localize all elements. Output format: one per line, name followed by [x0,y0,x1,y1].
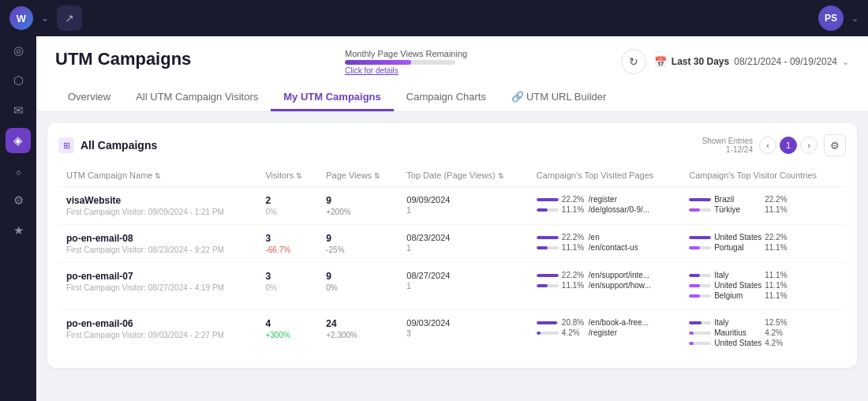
country-name: United States [714,233,761,242]
country-bar [689,321,702,324]
page-views-count: 24 [326,318,391,329]
visited-page-bar-wrap [537,198,559,201]
table-row: visaWebsite First Campaign Visitor: 09/0… [58,187,846,225]
shown-entries-range: 1-12/24 [702,145,753,154]
tab-all-visitors[interactable]: All UTM Campaign Visitors [123,84,271,111]
visited-page-bar [537,321,558,324]
tab-campaign-charts[interactable]: Campaign Charts [394,84,499,111]
top-date-num: 1 [406,206,521,215]
visited-page-url: /en/contact-us [589,243,638,252]
visited-page-bar [537,332,541,335]
main-content: UTM Campaigns Monthly Page Views Remaini… [36,36,868,401]
workspace-chevron-icon[interactable]: ⌄ [41,13,49,24]
sidebar-item-reports[interactable]: ⬦ [6,158,31,183]
visited-page-row: 11.1% /de/glossar/0-9/... [537,205,673,214]
visitors-delta: -66.7% [265,245,310,254]
filter-button[interactable]: ⚙ [824,134,846,156]
calendar-icon: 📅 [654,56,667,68]
cell-topdate: 08/27/2024 1 [398,263,529,310]
campaign-name: po-en-email-08 [66,233,249,244]
cell-visitors: 4 +300% [257,310,318,358]
country-pct: 4.2% [765,328,783,337]
visited-page-bar-wrap [537,321,559,324]
cell-topdate: 08/23/2024 1 [398,225,529,263]
campaign-sub: First Campaign Visitor: 09/03/2024 - 2:2… [66,331,249,339]
country-row: United States 11.1% [689,281,838,290]
page-header: UTM Campaigns Monthly Page Views Remaini… [36,36,868,112]
visited-page-url: /en/book-a-free... [589,318,649,327]
date-range-selector[interactable]: 📅 Last 30 Days 08/21/2024 - 09/19/2024 ⌄ [654,56,849,68]
share-button[interactable]: ↗ [57,6,82,31]
visited-page-row: 22.2% /register [537,195,673,204]
user-avatar[interactable]: PS [818,6,844,31]
visited-page-bar [537,246,548,249]
visited-page-bar [537,284,548,287]
sidebar-item-campaigns[interactable]: ⬡ [6,68,31,93]
sidebar-item-analytics[interactable]: ◎ [6,38,31,63]
tab-overview[interactable]: Overview [55,84,123,111]
tab-my-campaigns[interactable]: My UTM Campaigns [271,84,394,111]
page-views-count: 9 [326,195,391,206]
visitors-delta: +300% [265,331,310,339]
visitors-delta: 0% [265,208,310,216]
top-date-value: 08/23/2024 [406,233,521,242]
top-date-value: 09/03/2024 [406,318,521,328]
panel-header: ⊞ All Campaigns Shown Entries 1-12/24 ‹ … [58,134,846,156]
pagination-current[interactable]: 1 [780,137,797,154]
country-bar-wrap [689,321,711,324]
visited-page-row: 22.2% /en [537,233,673,242]
visited-page-bar [537,208,548,212]
table-row: po-en-email-08 First Campaign Visitor: 0… [58,225,846,263]
visited-page-pct: 22.2% [562,233,586,242]
col-header-visited-pages: Campaign's Top Visited Pages [529,164,681,187]
page-views-delta: -25% [326,245,391,254]
cell-visited-pages: 22.2% /en 11.1% /en/contact-us [529,225,681,263]
col-header-topdate[interactable]: Top Date (Page Views) ⇅ [398,164,529,187]
visited-page-bar [537,198,559,201]
tab-utm-builder[interactable]: 🔗UTM URL Builder [499,84,619,111]
sidebar-item-email[interactable]: ✉ [6,98,31,123]
cell-pageviews: 9 0% [318,263,398,310]
country-pct: 11.1% [765,243,787,252]
visited-page-row: 4.2% /register [537,328,673,337]
sidebar-item-bookmarks[interactable]: ★ [6,218,31,243]
page-views-count: 9 [326,271,391,282]
country-bar-wrap [689,274,711,277]
country-pct: 22.2% [765,233,787,242]
pagination-next[interactable]: › [800,137,817,154]
cell-name: visaWebsite First Campaign Visitor: 09/0… [58,187,257,225]
country-row: Mauritius 4.2% [689,328,838,337]
country-bar [689,246,700,249]
col-header-pageviews[interactable]: Page Views ⇅ [318,164,398,187]
cell-visitors: 2 0% [257,187,318,225]
country-bar [689,342,693,345]
cell-visitors: 3 0% [257,263,318,310]
sidebar: ⊕ ◎ ⬡ ✉ ◈ ⬦ ⚙ ★ [0,0,36,401]
user-menu-chevron-icon[interactable]: ⌄ [851,13,859,24]
visited-page-url: /en [589,233,600,242]
country-bar-wrap [689,198,711,201]
country-name: Brazil [714,195,761,204]
visited-page-url: /de/glossar/0-9/... [589,205,649,214]
cell-name: po-en-email-07 First Campaign Visitor: 0… [58,263,257,310]
country-name: United States [714,281,761,290]
visited-page-bar-wrap [537,332,559,335]
country-bar [689,332,693,335]
top-date-num: 1 [406,282,521,290]
cell-visited-pages: 22.2% /register 11.1% /de/glossar/0-9/..… [529,187,681,225]
monthly-views-link[interactable]: Click for details [345,66,467,75]
app-logo[interactable]: W [9,6,33,30]
country-pct: 22.2% [765,195,787,204]
link-icon: 🔗 [511,91,524,103]
country-row: Belgium 11.1% [689,291,838,300]
sidebar-item-settings[interactable]: ⚙ [6,188,31,213]
col-header-visitors[interactable]: Visitors ⇅ [257,164,318,187]
top-date-value: 08/27/2024 [406,271,521,280]
visited-page-bar-wrap [537,246,559,249]
pagination-prev[interactable]: ‹ [759,137,776,154]
col-header-name[interactable]: UTM Campaign Name ⇅ [58,164,257,187]
sidebar-item-utm[interactable]: ◈ [6,128,31,153]
cell-visitors: 3 -66.7% [257,225,318,263]
refresh-button[interactable]: ↻ [621,49,646,74]
panel-title-row: ⊞ All Campaigns [58,137,157,153]
